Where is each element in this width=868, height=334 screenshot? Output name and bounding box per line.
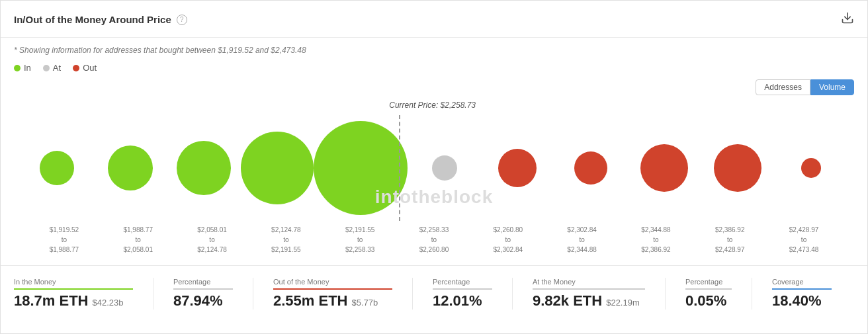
- bubble-col-3: [240, 132, 314, 204]
- stat-at-pct-value: 0.05%: [685, 292, 732, 310]
- divider-2: [253, 278, 253, 310]
- legend: In At Out: [1, 60, 867, 79]
- bubble-7: [574, 151, 607, 185]
- bubble-col-5: [408, 155, 481, 181]
- bubble-col-1: [94, 146, 167, 190]
- legend-label-at: At: [53, 63, 61, 73]
- header-left: In/Out of the Money Around Price ?: [14, 14, 187, 25]
- divider-6: [752, 278, 752, 310]
- volume-button[interactable]: Volume: [810, 79, 854, 95]
- stat-in-value: 18.7m ETH $42.23b: [14, 292, 133, 310]
- header: In/Out of the Money Around Price ?: [1, 1, 867, 38]
- legend-label-out: Out: [83, 63, 97, 73]
- stats-area: In the Money 18.7m ETH $42.23b Percentag…: [1, 265, 867, 323]
- bubble-5: [432, 155, 457, 181]
- divider-3: [412, 278, 413, 310]
- stat-out-pct: Percentage 12.01%: [433, 278, 512, 310]
- legend-out: Out: [73, 63, 97, 73]
- legend-dot-at: [43, 65, 50, 71]
- bubble-10: [801, 158, 821, 178]
- stat-out-label: Out of the Money: [273, 278, 392, 290]
- bubble-9: [714, 144, 761, 192]
- addresses-button[interactable]: Addresses: [756, 79, 810, 95]
- stat-coverage-label: Coverage: [772, 278, 832, 290]
- stat-in-usd: $42.23b: [93, 298, 124, 308]
- bubble-col-10: [774, 158, 847, 178]
- help-icon[interactable]: ?: [177, 15, 187, 25]
- stat-out-usd: $5.77b: [352, 298, 378, 308]
- bubble-1: [108, 146, 153, 190]
- price-range-10: $2,428.97 to $2,473.48: [767, 225, 841, 255]
- current-price-label: Current Price: $2,258.73: [389, 101, 476, 110]
- legend-in: In: [14, 63, 31, 73]
- bubble-col-0: [21, 151, 94, 185]
- stat-in-pct-value: 87.94%: [173, 292, 233, 310]
- widget-container: In/Out of the Money Around Price ? * Sho…: [0, 0, 868, 334]
- bubble-6: [498, 149, 537, 187]
- price-range-3: $2,124.78 to $2,191.55: [249, 225, 323, 255]
- price-range-9: $2,386.92 to $2,428.97: [693, 225, 767, 255]
- bubbles-row: intotheblock: [14, 115, 854, 221]
- stat-in-label: In the Money: [14, 278, 133, 290]
- bubble-2: [177, 141, 231, 195]
- divider-1: [153, 278, 153, 310]
- legend-at: At: [43, 63, 61, 73]
- stat-at-the-money: At the Money 9.82k ETH $22.19m: [533, 278, 665, 310]
- bubble-col-2: [167, 141, 241, 195]
- price-range-5: $2,258.33 to $2,260.80: [397, 225, 471, 255]
- bubble-col-7: [554, 151, 628, 185]
- stat-in-pct: Percentage 87.94%: [173, 278, 253, 310]
- chart-controls: Addresses Volume: [1, 79, 867, 101]
- subtitle-text: * Showing information for addresses that…: [1, 38, 867, 60]
- stat-in-eth: 18.7m ETH: [14, 292, 89, 310]
- price-ranges: $1,919.52 to $1,988.77 $1,988.77 to $2,0…: [14, 221, 854, 255]
- download-icon[interactable]: [841, 11, 854, 28]
- stat-at-pct-label: Percentage: [685, 278, 732, 290]
- price-range-4: $2,191.55 to $2,258.33: [323, 225, 397, 255]
- stat-in-the-money: In the Money 18.7m ETH $42.23b: [14, 278, 153, 310]
- stat-out-the-money: Out of the Money 2.55m ETH $5.77b: [273, 278, 412, 310]
- chart-area: Current Price: $2,258.73: [1, 101, 867, 255]
- price-range-8: $2,344.88 to $2,386.92: [619, 225, 693, 255]
- stat-at-value: 9.82k ETH $22.19m: [533, 292, 645, 310]
- stat-out-value: 2.55m ETH $5.77b: [273, 292, 392, 310]
- bubble-0: [40, 151, 74, 185]
- stat-out-eth: 2.55m ETH: [273, 292, 348, 310]
- price-range-6: $2,260.80 to $2,302.84: [471, 225, 545, 255]
- legend-dot-in: [14, 65, 21, 71]
- stat-at-label: At the Money: [533, 278, 645, 290]
- stat-coverage: Coverage 18.40%: [772, 278, 851, 310]
- stat-at-pct: Percentage 0.05%: [685, 278, 752, 310]
- legend-dot-out: [73, 65, 79, 71]
- bubble-8: [640, 144, 688, 192]
- divider-4: [512, 278, 513, 310]
- stat-out-pct-value: 12.01%: [433, 292, 492, 310]
- bubble-col-4: [314, 121, 408, 215]
- stat-at-usd: $22.19m: [606, 298, 640, 308]
- divider-5: [665, 278, 666, 310]
- price-range-1: $1,988.77 to $2,058.01: [101, 225, 175, 255]
- bubble-col-8: [628, 144, 701, 192]
- price-range-2: $2,058.01 to $2,124.78: [175, 225, 249, 255]
- legend-label-in: In: [24, 63, 31, 73]
- chart-title: In/Out of the Money Around Price: [14, 14, 171, 25]
- stat-at-eth: 9.82k ETH: [533, 292, 602, 310]
- bubble-col-6: [481, 149, 554, 187]
- stat-out-pct-label: Percentage: [433, 278, 492, 290]
- bubble-4: [314, 121, 408, 215]
- price-range-0: $1,919.52 to $1,988.77: [27, 225, 101, 255]
- stat-coverage-value: 18.40%: [772, 292, 832, 310]
- bubble-col-9: [701, 144, 774, 192]
- price-range-7: $2,302.84 to $2,344.88: [545, 225, 619, 255]
- bubble-3: [241, 132, 314, 204]
- stat-in-pct-label: Percentage: [173, 278, 233, 290]
